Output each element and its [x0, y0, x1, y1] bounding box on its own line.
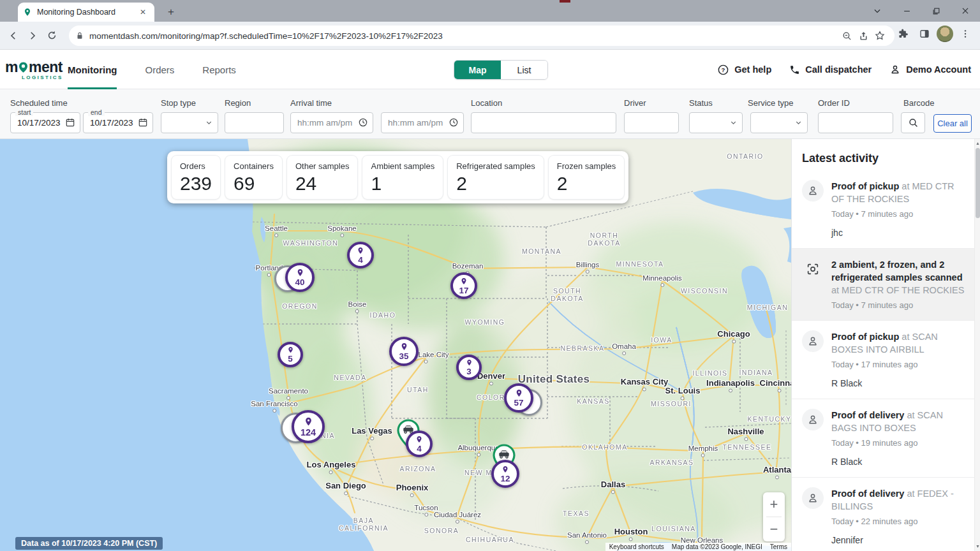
clock-icon[interactable]	[449, 117, 459, 128]
search-icon	[908, 117, 919, 128]
cluster-marker[interactable]: 40	[285, 263, 315, 292]
cluster-marker[interactable]: 124	[292, 410, 325, 443]
activity-item[interactable]: Proof of pickup at MED CTR OF THE ROCKIE…	[792, 170, 980, 248]
demo-account-button[interactable]: Demo Account	[889, 64, 971, 75]
scan-icon	[802, 258, 824, 280]
tab-close-icon[interactable]: ✕	[137, 6, 149, 18]
arrival-time-label: Arrival time	[290, 98, 332, 108]
activity-panel: Latest activity Proof of pickup at MED C…	[791, 139, 980, 551]
cluster-marker[interactable]: 17	[450, 272, 477, 299]
activity-body: Proof of pickup at SCAN BOXES INTO AIRBI…	[831, 330, 967, 388]
new-tab-button[interactable]: +	[163, 5, 179, 20]
nav-orders[interactable]: Orders	[145, 50, 174, 89]
zoom-page-icon[interactable]	[838, 27, 855, 44]
url-bar[interactable]: momentdash.com/monitoring/map?f.schedule…	[69, 26, 895, 46]
side-panel-icon[interactable]	[915, 24, 934, 43]
zoom-out-button[interactable]: −	[763, 517, 785, 541]
forward-button[interactable]	[23, 26, 42, 45]
zoom-in-button[interactable]: +	[763, 492, 785, 517]
driver-input[interactable]	[624, 112, 679, 133]
window-close-button[interactable]	[951, 0, 980, 22]
call-dispatcher-button[interactable]: Call dispatcher	[789, 64, 872, 75]
region-label: Region	[225, 98, 251, 108]
order-id-label: Order ID	[818, 98, 850, 108]
activity-body: Proof of delivery at SCAN BAGS INTO BOXE…	[831, 409, 967, 467]
activity-scrollbar[interactable]: ▲ ▼	[974, 139, 980, 551]
region-input[interactable]	[225, 112, 284, 133]
location-pin-icon	[466, 358, 473, 367]
window-maximize-button[interactable]	[921, 0, 951, 22]
calendar-icon[interactable]	[65, 117, 75, 128]
profile-avatar[interactable]	[937, 26, 953, 42]
toggle-map-button[interactable]: Map	[454, 61, 501, 79]
logo-pin-icon	[19, 61, 28, 73]
cluster-marker[interactable]: 12	[491, 460, 519, 488]
cluster-marker[interactable]: 57	[504, 383, 533, 413]
person-icon	[802, 330, 824, 352]
cluster-marker[interactable]: 4	[406, 430, 433, 457]
arrival-start-input[interactable]: hh:mm am/pm	[290, 112, 373, 133]
nav-reports[interactable]: Reports	[202, 50, 236, 89]
scroll-down-icon[interactable]: ▼	[975, 543, 980, 550]
stat-card: Refrigerated samples2	[448, 156, 544, 199]
cluster-marker[interactable]: 3	[456, 355, 482, 380]
cluster-marker[interactable]: 35	[389, 337, 419, 366]
map-zoom-control[interactable]: + −	[763, 492, 785, 541]
tab-list-chevron-icon[interactable]	[863, 0, 892, 22]
activity-text: Proof of delivery at SCAN BAGS INTO BOXE…	[831, 409, 967, 434]
map-list-toggle[interactable]: Map List	[454, 60, 548, 80]
clear-all-button[interactable]: Clear all	[933, 114, 972, 133]
terms-link[interactable]: Terms	[766, 543, 791, 551]
keyboard-shortcuts-link[interactable]: Keyboard shortcuts	[605, 543, 668, 551]
window-minimize-button[interactable]	[892, 0, 921, 22]
calendar-icon[interactable]	[138, 117, 148, 128]
stat-card: Other samples24	[287, 156, 358, 199]
share-icon[interactable]	[855, 27, 872, 44]
scrollbar-thumb[interactable]	[976, 148, 980, 218]
get-help-button[interactable]: ? Get help	[717, 64, 771, 76]
filter-bar: Scheduled time Stop type Region Arrival …	[0, 89, 980, 139]
extensions-puzzle-icon[interactable]	[893, 24, 912, 43]
stat-label: Orders	[180, 161, 212, 171]
nav-monitoring[interactable]: Monitoring	[68, 50, 117, 89]
barcode-search-button[interactable]	[901, 112, 925, 133]
activity-body: Proof of delivery at FEDEX - BILLINGSTod…	[831, 487, 967, 545]
cluster-marker[interactable]: 4	[347, 242, 374, 268]
stop-type-select[interactable]	[161, 112, 218, 133]
driver-label: Driver	[624, 98, 646, 108]
scroll-up-icon[interactable]: ▲	[975, 140, 980, 147]
scheduled-end-input[interactable]: end 10/17/2023	[83, 112, 153, 133]
toggle-list-button[interactable]: List	[501, 61, 547, 79]
stat-card: Ambient samples1	[362, 156, 443, 199]
bookmark-star-icon[interactable]	[872, 27, 888, 44]
scheduled-start-input[interactable]: start 10/17/2023	[10, 112, 80, 133]
service-type-select[interactable]	[750, 112, 808, 133]
status-select[interactable]	[689, 112, 743, 133]
activity-item[interactable]: Proof of delivery at SCAN BAGS INTO BOXE…	[792, 399, 980, 477]
browser-tab[interactable]: Monitoring Dashboard ✕	[18, 3, 154, 22]
clock-icon[interactable]	[358, 117, 368, 128]
stat-label: Containers	[234, 161, 274, 171]
order-id-input[interactable]	[818, 112, 893, 133]
activity-item[interactable]: Proof of delivery at FEDEX - BILLINGSTod…	[792, 477, 980, 551]
activity-item[interactable]: 2 ambient, 2 frozen, and 2 refrigerated …	[792, 248, 980, 320]
activity-item[interactable]: Proof of pickup at SCAN BOXES INTO AIRBI…	[792, 320, 980, 399]
lock-icon	[75, 31, 84, 40]
phone-icon	[789, 64, 800, 75]
activity-text: 2 ambient, 2 frozen, and 2 refrigerated …	[831, 258, 967, 297]
activity-user: R Black	[831, 457, 967, 467]
arrival-end-input[interactable]: hh:mm am/pm	[381, 112, 464, 133]
stat-card: Containers69	[225, 156, 282, 199]
reload-button[interactable]	[42, 26, 61, 45]
browser-menu-icon[interactable]	[956, 24, 975, 43]
activity-time: Today • 17 minutes ago	[831, 360, 967, 369]
stat-value: 2	[456, 173, 535, 194]
location-input[interactable]	[471, 112, 616, 133]
activity-action: Proof of pickup	[831, 332, 899, 342]
back-button[interactable]	[4, 26, 23, 45]
stat-value: 69	[234, 173, 274, 194]
service-type-label: Service type	[748, 98, 794, 108]
cluster-marker[interactable]: 5	[278, 342, 303, 367]
map-canvas[interactable]: SeattleSpokaneWASHINGTONPortlandOREGONMO…	[0, 139, 791, 551]
activity-time: Today • 7 minutes ago	[831, 209, 967, 219]
